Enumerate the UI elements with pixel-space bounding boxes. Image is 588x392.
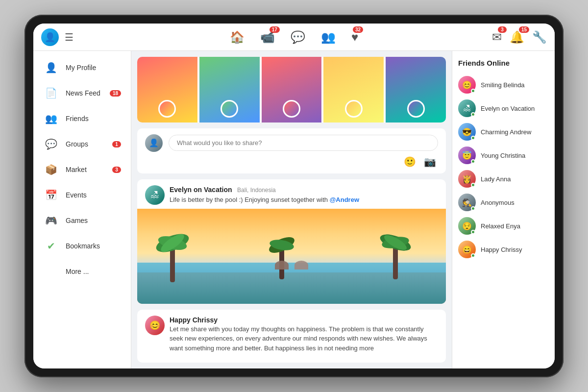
friend-avatar-smiling-belinda: 😊	[458, 76, 476, 94]
post-2-meta: Happy Chrissy Let me share with you toda…	[170, 316, 438, 353]
story-item-5[interactable]	[386, 57, 446, 122]
friend-avatar-enya: 😌	[458, 217, 476, 235]
friend-avatar-icon: 😎	[462, 127, 472, 137]
friends-sidebar-icon: 👥	[43, 111, 59, 126]
palm-left-svg	[153, 219, 192, 282]
composer-input[interactable]	[169, 135, 438, 151]
friend-name-chrissy: Happy Chrissy	[481, 246, 522, 253]
top-nav: 👤 ☰ 🏠 📹 17 💬 👥 ♥ 32	[33, 24, 555, 51]
online-dot	[471, 159, 475, 164]
story-strip	[137, 57, 446, 122]
pool-scene	[137, 209, 446, 304]
sidebar-label-friends: Friends	[66, 115, 121, 122]
feed: 👤 🙂 📷 🏖 Evelyn on Va	[131, 51, 452, 368]
post-1-mention[interactable]: @Andrew	[330, 196, 359, 203]
nav-video-button[interactable]: 📹 17	[260, 30, 275, 44]
friend-item-happy-chrissy[interactable]: 😄 Happy Chrissy	[458, 238, 549, 261]
online-dot	[471, 89, 475, 93]
emoji-icon[interactable]: 🙂	[404, 156, 416, 168]
nav-chat-button[interactable]: 💬	[291, 30, 305, 44]
palm-center-svg	[267, 225, 296, 279]
main-body: 👤 My Profile 📄 News Feed 18 👥 Friends 💬	[33, 51, 555, 368]
friend-avatar-evelyn: 🏖	[458, 99, 476, 117]
friend-avatar-chrissy: 😄	[458, 241, 476, 258]
story-avatar-2	[220, 100, 238, 118]
nav-right: ✉ 3 🔔 15 🔧	[488, 30, 547, 44]
composer-user-avatar: 👤	[145, 134, 163, 152]
right-panel: Friends Online 😊 Smiling Belinda 🏖 Evely…	[452, 51, 555, 368]
sidebar-item-market[interactable]: 📦 Market 3	[33, 157, 131, 182]
mail-badge: 3	[498, 26, 507, 33]
friend-name-christina: Young Christina	[481, 152, 525, 159]
friend-avatar-icon: 😄	[462, 245, 472, 254]
nav-center: 🏠 📹 17 💬 👥 ♥ 32	[104, 30, 484, 44]
friend-avatar-andrew: 😎	[458, 123, 476, 141]
friend-avatar-icon: 🕵	[462, 198, 472, 207]
post-1-avatar: 🏖	[145, 185, 165, 205]
story-item-4[interactable]	[323, 57, 384, 122]
online-dot	[471, 112, 475, 117]
friend-item-young-christina[interactable]: 😇 Young Christina	[458, 144, 549, 167]
post-card-2: 😊 Happy Chrissy Let me share with you to…	[137, 310, 446, 363]
market-badge: 3	[112, 167, 121, 173]
post-composer: 👤 🙂 📷	[137, 128, 446, 173]
friend-item-anonymous[interactable]: 🕵 Anonymous	[458, 191, 549, 214]
sidebar-item-bookmarks[interactable]: ✔ Bookmarks	[33, 233, 131, 259]
sidebar: 👤 My Profile 📄 News Feed 18 👥 Friends 💬	[33, 51, 131, 368]
friend-name-enya: Relaxed Enya	[481, 222, 520, 230]
nav-mail-button[interactable]: ✉ 3	[492, 30, 502, 44]
sidebar-item-events[interactable]: 📅 Events	[33, 182, 131, 208]
groups-badge: 1	[112, 141, 121, 147]
story-item-3[interactable]	[262, 57, 322, 122]
tablet-frame: 👤 ☰ 🏠 📹 17 💬 👥 ♥ 32	[24, 15, 564, 377]
post-card-1: 🏖 Evelyn on Vacation Bali, Indonesia Lif…	[137, 179, 446, 304]
menu-icon[interactable]: ☰	[65, 31, 74, 43]
sidebar-item-friends[interactable]: 👥 Friends	[33, 106, 131, 131]
sidebar-label-more: More ...	[66, 268, 121, 275]
more-icon	[43, 264, 59, 279]
online-dot	[471, 253, 475, 258]
figures-in-water	[275, 261, 308, 270]
sidebar-item-games[interactable]: 🎮 Games	[33, 208, 131, 233]
friend-name-anna: Lady Anna	[481, 175, 511, 183]
post-1-location: Bali, Indonesia	[237, 187, 276, 194]
nav-settings-button[interactable]: 🔧	[532, 30, 547, 44]
nav-likes-button[interactable]: ♥ 32	[351, 30, 358, 44]
nav-home-button[interactable]: 🏠	[230, 30, 245, 44]
friend-item-evelyn-vacation[interactable]: 🏖 Evelyn on Vacation	[458, 97, 549, 120]
story-item-1[interactable]	[137, 57, 197, 122]
sidebar-label-news-feed: News Feed	[66, 89, 103, 97]
post-2-avatar: 😊	[145, 316, 165, 335]
nav-friends-button[interactable]: 👥	[321, 30, 336, 44]
sidebar-label-bookmarks: Bookmarks	[66, 242, 121, 250]
story-item-2[interactable]	[199, 57, 260, 122]
online-dot	[471, 206, 475, 211]
story-avatar-4	[345, 100, 363, 118]
home-icon: 🏠	[230, 30, 245, 44]
video-badge: 17	[270, 26, 280, 33]
sidebar-item-groups[interactable]: 💬 Groups 1	[33, 131, 131, 157]
news-icon: 📄	[43, 85, 59, 101]
friend-name-anonymous: Anonymous	[481, 199, 514, 206]
post-1-header: 🏖 Evelyn on Vacation Bali, Indonesia Lif…	[137, 179, 446, 209]
friend-item-charming-andrew[interactable]: 😎 Charming Andrew	[458, 120, 549, 144]
groups-icon: 💬	[43, 136, 59, 152]
nav-bell-button[interactable]: 🔔 15	[510, 30, 524, 44]
events-icon: 📅	[43, 187, 59, 203]
user-avatar[interactable]: 👤	[41, 28, 59, 46]
likes-badge: 32	[353, 26, 363, 33]
sidebar-item-more[interactable]: More ...	[33, 259, 131, 284]
post-2-text: Let me share with you today my thoughts …	[170, 324, 438, 353]
friend-item-relaxed-enya[interactable]: 😌 Relaxed Enya	[458, 214, 549, 238]
friend-item-lady-anna[interactable]: 👸 Lady Anna	[458, 167, 549, 191]
sidebar-item-my-profile[interactable]: 👤 My Profile	[33, 55, 131, 80]
camera-icon[interactable]: 📷	[424, 156, 436, 168]
post-1-author[interactable]: Evelyn on Vacation	[170, 186, 232, 194]
friends-icon: 👥	[321, 30, 336, 44]
friend-item-smiling-belinda[interactable]: 😊 Smiling Belinda	[458, 73, 549, 97]
sidebar-item-news-feed[interactable]: 📄 News Feed 18	[33, 80, 131, 106]
friend-avatar-icon: 😌	[462, 221, 472, 231]
post-2-header: 😊 Happy Chrissy Let me share with you to…	[145, 316, 438, 353]
post-2-author[interactable]: Happy Chrissy	[170, 316, 218, 324]
composer-actions: 🙂 📷	[145, 156, 438, 168]
